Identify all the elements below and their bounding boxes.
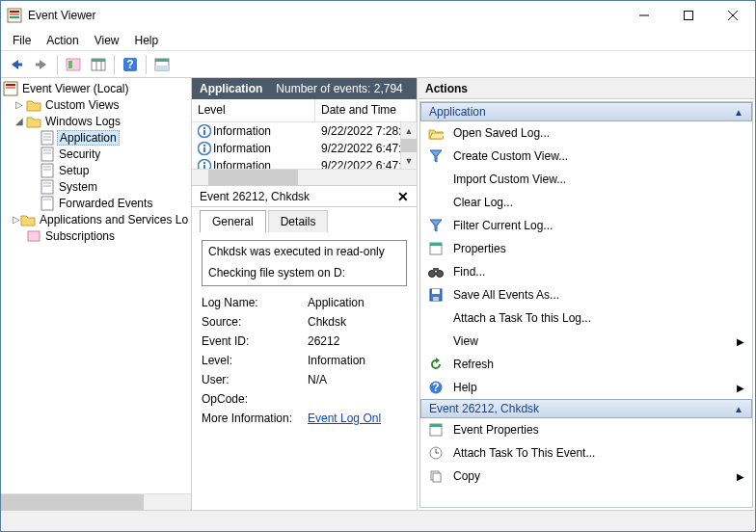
- table-row[interactable]: Information9/22/2022 6:47:00: [192, 157, 417, 169]
- svg-rect-42: [203, 127, 205, 129]
- close-icon[interactable]: ✕: [397, 189, 409, 204]
- svg-rect-23: [6, 87, 15, 89]
- svg-rect-37: [41, 197, 53, 210]
- action-filter-log[interactable]: Filter Current Log...: [420, 214, 752, 237]
- expand-icon[interactable]: ▷: [13, 99, 26, 110]
- action-help[interactable]: ?Help▶: [420, 376, 752, 399]
- col-datetime[interactable]: Date and Time: [315, 99, 417, 121]
- blank-icon: [428, 195, 444, 210]
- tree-apps-services[interactable]: ▷ Applications and Services Lo: [1, 211, 191, 227]
- menu-help[interactable]: Help: [127, 32, 167, 49]
- table-row[interactable]: Information9/22/2022 7:28:08: [192, 122, 417, 140]
- tree-windows-logs[interactable]: ◢ Windows Logs: [1, 113, 191, 129]
- toolbar: ?: [1, 51, 755, 78]
- event-hscrollbar[interactable]: [192, 169, 417, 185]
- action-refresh[interactable]: Refresh: [420, 353, 752, 376]
- action-import-custom-view[interactable]: Import Custom View...: [420, 168, 752, 191]
- action-save-all[interactable]: Save All Events As...: [420, 283, 752, 306]
- tree-custom-views[interactable]: ▷ Custom Views: [1, 96, 191, 113]
- svg-rect-60: [430, 424, 442, 427]
- action-find[interactable]: Find...: [420, 260, 752, 283]
- preview-button[interactable]: [150, 53, 174, 76]
- tree-security[interactable]: Security: [1, 146, 191, 162]
- svg-rect-5: [685, 12, 693, 20]
- svg-rect-55: [432, 289, 440, 294]
- titlebar: Event Viewer: [1, 1, 755, 30]
- col-level[interactable]: Level: [192, 99, 315, 121]
- chevron-up-icon: ▲: [734, 107, 743, 118]
- eventviewer-icon: [3, 81, 18, 96]
- action-attach-task[interactable]: Attach a Task To this Log...: [420, 306, 752, 330]
- chevron-right-icon: ▶: [737, 471, 744, 482]
- log-icon: [40, 196, 55, 211]
- table-row[interactable]: Information9/22/2022 6:47:00: [192, 140, 417, 157]
- tree-application[interactable]: Application: [1, 129, 191, 146]
- scroll-down-icon[interactable]: ▼: [401, 152, 417, 169]
- svg-point-52: [437, 271, 444, 278]
- actions-header: Actions: [418, 78, 755, 99]
- info-icon: [198, 159, 211, 169]
- svg-rect-56: [433, 297, 439, 301]
- svg-rect-1: [10, 11, 19, 13]
- copy-icon: [428, 468, 444, 484]
- menubar: File Action View Help: [1, 30, 755, 51]
- event-fields: Log Name:Application Source:Chkdsk Event…: [202, 296, 407, 425]
- action-copy[interactable]: Copy▶: [420, 465, 752, 488]
- tree-forwarded[interactable]: Forwarded Events: [1, 195, 191, 211]
- tree-hscrollbar[interactable]: [1, 493, 191, 510]
- action-clear-log[interactable]: Clear Log...: [420, 191, 752, 214]
- svg-rect-39: [28, 231, 40, 241]
- back-button[interactable]: [5, 53, 28, 76]
- log-icon: [40, 163, 55, 178]
- maximize-button[interactable]: [666, 1, 711, 30]
- forward-button[interactable]: [30, 53, 53, 76]
- event-pane-title: Application: [200, 82, 262, 95]
- tree-setup[interactable]: Setup: [1, 162, 191, 178]
- show-tree-button[interactable]: [62, 53, 85, 76]
- actions-section-application[interactable]: Application ▲: [420, 102, 752, 121]
- svg-rect-22: [6, 84, 15, 86]
- action-attach-task-event[interactable]: Attach Task To This Event...: [420, 441, 752, 465]
- svg-rect-9: [36, 63, 41, 66]
- event-list[interactable]: Level Date and Time Information9/22/2022…: [192, 99, 417, 186]
- collapse-icon[interactable]: ◢: [13, 116, 26, 126]
- properties-icon: [428, 422, 444, 438]
- close-button[interactable]: [711, 1, 755, 30]
- tab-details[interactable]: Details: [268, 210, 329, 232]
- tree-system[interactable]: System: [1, 178, 191, 195]
- tab-general[interactable]: General: [200, 210, 266, 232]
- action-event-properties[interactable]: Event Properties: [420, 418, 752, 441]
- svg-rect-13: [92, 59, 105, 62]
- menu-view[interactable]: View: [87, 32, 127, 49]
- scroll-up-icon[interactable]: ▲: [401, 122, 417, 139]
- folder-open-icon: [428, 125, 444, 141]
- svg-rect-19: [155, 59, 169, 62]
- svg-rect-53: [433, 268, 439, 271]
- window-title: Event Viewer: [28, 9, 622, 22]
- action-properties[interactable]: Properties: [420, 237, 752, 260]
- columns-button[interactable]: [87, 53, 110, 76]
- action-create-custom-view[interactable]: Create Custom View...: [420, 145, 752, 168]
- svg-rect-44: [203, 147, 205, 152]
- navigation-tree[interactable]: Event Viewer (Local) ▷ Custom Views ◢ Wi…: [1, 78, 192, 510]
- expand-icon[interactable]: ▷: [13, 214, 20, 225]
- tree-subscriptions[interactable]: Subscriptions: [1, 227, 191, 244]
- action-view[interactable]: View▶: [420, 330, 752, 353]
- log-icon: [40, 130, 55, 146]
- event-vscrollbar[interactable]: ▲ ▼: [400, 122, 417, 169]
- tree-root[interactable]: Event Viewer (Local): [1, 80, 191, 96]
- actions-section-event[interactable]: Event 26212, Chkdsk ▲: [420, 399, 752, 418]
- menu-file[interactable]: File: [5, 32, 39, 49]
- chevron-up-icon: ▲: [734, 404, 743, 414]
- svg-point-51: [429, 271, 436, 278]
- minimize-button[interactable]: [622, 1, 666, 30]
- log-icon: [40, 146, 55, 162]
- event-log-online-link[interactable]: Event Log Onl: [308, 412, 381, 425]
- event-count: Number of events: 2,794: [276, 82, 402, 95]
- svg-rect-48: [203, 162, 205, 164]
- svg-rect-8: [16, 63, 22, 66]
- svg-rect-45: [203, 145, 205, 146]
- action-open-saved-log[interactable]: Open Saved Log...: [420, 121, 752, 145]
- help-button[interactable]: ?: [119, 53, 142, 76]
- menu-action[interactable]: Action: [39, 32, 86, 49]
